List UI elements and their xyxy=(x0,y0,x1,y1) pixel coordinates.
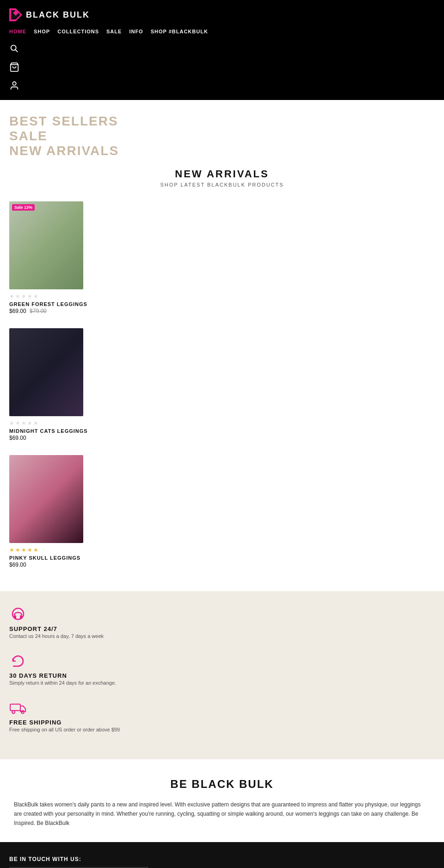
product-price: $69.00 $79.00 xyxy=(9,308,47,314)
hero-section: BEST SELLERS SALE NEW ARRIVALS xyxy=(0,100,444,159)
product-name: PINKY SKULL LEGGINGS xyxy=(9,555,80,561)
star-1: ★ xyxy=(9,420,14,426)
star-rating: ★ ★ ★ ★ ★ xyxy=(9,547,38,553)
nav-sale[interactable]: SALE xyxy=(106,29,122,34)
star-2: ★ xyxy=(15,547,20,553)
product-item[interactable]: ★ ★ ★ ★ ★ PINKY SKULL LEGGINGS $69.00 xyxy=(9,455,92,568)
star-4: ★ xyxy=(27,420,32,426)
star-5: ★ xyxy=(33,547,38,553)
new-arrivals-title: NEW ARRIVALS xyxy=(9,168,435,180)
product-price: $69.00 xyxy=(9,562,26,568)
return-icon xyxy=(9,652,27,669)
star-1: ★ xyxy=(9,293,14,300)
star-3: ★ xyxy=(21,547,26,553)
be-description: BlackBulk takes women's daily pants to a… xyxy=(14,800,430,828)
product-item[interactable]: Sale 13% ★ ★ ★ ★ ★ GREEN FOREST LEGGINGS… xyxy=(9,201,92,314)
star-3: ★ xyxy=(21,293,26,300)
star-1: ★ xyxy=(9,547,14,553)
star-5: ★ xyxy=(33,420,38,426)
star-2: ★ xyxy=(15,293,20,300)
product-price: $69.00 xyxy=(9,435,26,441)
new-arrivals-subtitle: SHOP LATEST BLACKBULK PRODUCTS xyxy=(9,182,435,187)
hero-menu: BEST SELLERS SALE NEW ARRIVALS xyxy=(9,114,435,159)
features-strip: SUPPORT 24/7 Contact us 24 hours a day, … xyxy=(0,591,444,759)
price-original: $79.00 xyxy=(30,308,47,314)
search-icon[interactable] xyxy=(9,44,19,54)
product-name: GREEN FOREST LEGGINGS xyxy=(9,301,87,307)
svg-point-6 xyxy=(12,82,16,85)
feature-return: 30 DAYS RETURN Simply return it within 2… xyxy=(9,652,435,686)
products-list: Sale 13% ★ ★ ★ ★ ★ GREEN FOREST LEGGINGS… xyxy=(0,197,444,587)
account-icon[interactable] xyxy=(9,81,19,91)
nav-collections[interactable]: COLLECTIONS xyxy=(57,29,99,34)
sale-badge: Sale 13% xyxy=(12,204,35,211)
product-pattern-green xyxy=(9,201,83,289)
product-item[interactable]: ★ ★ ★ ★ ★ MIDNIGHT CATS LEGGINGS $69.00 xyxy=(9,328,92,441)
logo-text: BLACK BULK xyxy=(26,10,90,20)
be-title: BE BLACK BULK xyxy=(14,778,430,791)
header-icons xyxy=(9,44,435,95)
logo-icon xyxy=(9,8,22,21)
footer-email-section: BE IN TOUCH WITH US: JOIN US xyxy=(9,856,435,868)
product-pattern-pink xyxy=(9,455,83,543)
product-image xyxy=(9,328,83,416)
hero-new-arrivals[interactable]: NEW ARRIVALS xyxy=(9,144,435,158)
footer-email-label: BE IN TOUCH WITH US: xyxy=(9,856,435,862)
product-image: Sale 13% xyxy=(9,201,83,289)
be-black-bulk-section: BE BLACK BULK BlackBulk takes women's da… xyxy=(0,759,444,842)
footer: BE IN TOUCH WITH US: JOIN US BLACK BULK … xyxy=(0,842,444,868)
star-4: ★ xyxy=(27,547,32,553)
svg-line-4 xyxy=(15,50,18,52)
feature-return-desc: Simply return it within 24 days for an e… xyxy=(9,680,435,686)
star-3: ★ xyxy=(21,420,26,426)
feature-return-title: 30 DAYS RETURN xyxy=(9,672,435,679)
nav-shop-hashtag[interactable]: SHOP #BLACKBULK xyxy=(151,29,208,34)
logo[interactable]: BLACK BULK xyxy=(9,5,435,25)
feature-support-desc: Contact us 24 hours a day, 7 days a week xyxy=(9,633,435,639)
hero-sale[interactable]: SALE xyxy=(9,129,435,144)
svg-rect-9 xyxy=(20,615,22,619)
feature-shipping-desc: Free shipping on all US order or order a… xyxy=(9,727,435,732)
header: BLACK BULK HOME SHOP COLLECTIONS SALE IN… xyxy=(0,0,444,100)
feature-shipping-title: FREE SHIPPING xyxy=(9,719,435,726)
svg-point-3 xyxy=(11,45,16,50)
main-nav: HOME SHOP COLLECTIONS SALE INFO SHOP #BL… xyxy=(9,29,435,34)
product-pattern-dark xyxy=(9,328,83,416)
feature-shipping: FREE SHIPPING Free shipping on all US or… xyxy=(9,699,435,732)
star-5: ★ xyxy=(33,293,38,300)
product-name: MIDNIGHT CATS LEGGINGS xyxy=(9,428,88,434)
svg-rect-10 xyxy=(10,704,20,711)
price-current: $69.00 xyxy=(9,435,26,441)
star-2: ★ xyxy=(15,420,20,426)
nav-shop[interactable]: SHOP xyxy=(34,29,50,34)
svg-rect-8 xyxy=(14,615,16,619)
nav-home[interactable]: HOME xyxy=(9,29,26,34)
star-rating: ★ ★ ★ ★ ★ xyxy=(9,293,38,300)
new-arrivals-section: NEW ARRIVALS SHOP LATEST BLACKBULK PRODU… xyxy=(0,159,444,197)
product-image xyxy=(9,455,83,543)
price-current: $69.00 xyxy=(9,308,26,314)
feature-support: SUPPORT 24/7 Contact us 24 hours a day, … xyxy=(9,605,435,639)
headphones-icon xyxy=(9,605,27,623)
svg-point-11 xyxy=(12,711,15,713)
nav-info[interactable]: INFO xyxy=(129,29,143,34)
price-current: $69.00 xyxy=(9,562,26,568)
truck-icon xyxy=(9,699,27,716)
feature-support-title: SUPPORT 24/7 xyxy=(9,625,435,632)
hero-best-sellers[interactable]: BEST SELLERS xyxy=(9,114,435,129)
star-rating: ★ ★ ★ ★ ★ xyxy=(9,420,38,426)
star-4: ★ xyxy=(27,293,32,300)
cart-icon[interactable] xyxy=(9,62,19,72)
